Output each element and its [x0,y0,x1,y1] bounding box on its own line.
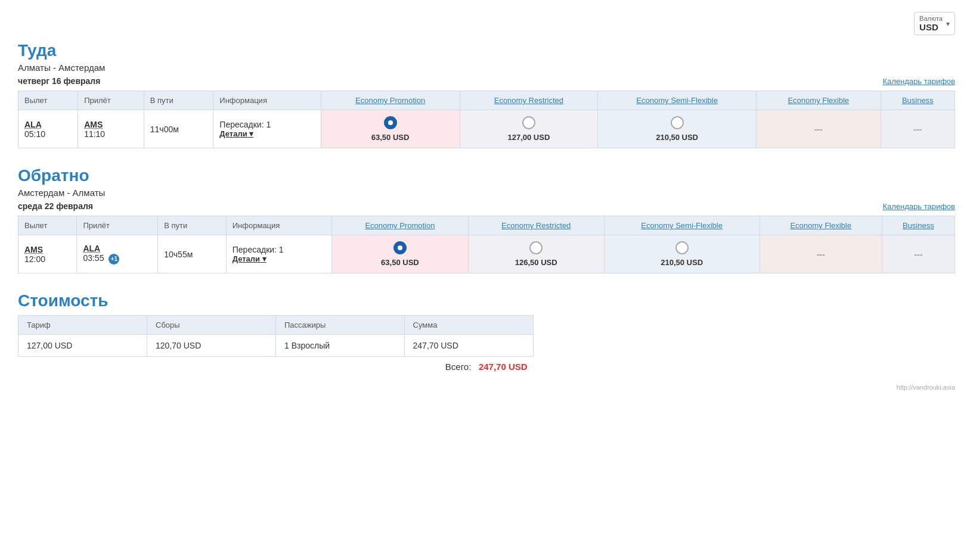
outbound-radio-promo[interactable] [384,116,397,129]
return-price-business-dash: --- [914,250,922,259]
cost-tariff: 127,00 USD [18,335,147,357]
return-table: Вылет Прилёт В пути Информация Economy P… [18,216,955,273]
return-radio-restricted[interactable] [529,241,543,254]
outbound-table: Вылет Прилёт В пути Информация Economy P… [18,91,955,148]
outbound-price-flex[interactable]: --- [757,110,881,148]
outbound-duration: 11ч00м [144,110,213,148]
return-price-restricted-text: 126,50 USD [515,258,557,267]
currency-value: USD [919,22,943,32]
outbound-duration-text: 11ч00м [150,125,179,134]
return-col-header-promo[interactable]: Economy Promotion [331,216,468,235]
return-title: Обратно [18,166,955,185]
return-radio-semiflex[interactable] [675,241,689,254]
return-calendar-link[interactable]: Календарь тарифов [882,202,955,211]
return-radio-promo[interactable] [393,241,407,254]
cost-row: 127,00 USD 120,70 USD 1 Взрослый 247,70 … [18,335,534,357]
return-price-promo[interactable]: 63,50 USD [331,235,468,273]
col-header-flex[interactable]: Economy Flexible [757,91,881,110]
return-section: Обратно Амстердам - Алматы среда 22 февр… [18,166,955,273]
outbound-title: Туда [18,41,955,60]
next-day-badge: +1 [109,254,119,265]
outbound-depart-code: ALA [24,120,72,129]
outbound-price-restricted[interactable]: 127,00 USD [460,110,598,148]
return-col-header-duration: В пути [158,216,227,235]
outbound-price-flex-dash: --- [814,125,823,134]
return-col-header-semiflex[interactable]: Economy Semi-Flexible [604,216,760,235]
col-header-arrive: Прилёт [78,91,144,110]
outbound-stops: Пересадки: 1 [219,120,314,129]
outbound-price-business[interactable]: --- [881,110,955,148]
return-info: Пересадки: 1 Детали ▾ [226,235,331,273]
currency-label: Валюта [919,15,943,22]
outbound-flight-row: ALA 05:10 AMS 11:10 11ч00м Пересадки: 1 … [18,110,955,148]
return-route: Амстердам - Алматы [18,188,955,198]
outbound-price-semiflex-text: 210,50 USD [656,133,698,142]
return-date: среда 22 февраля [18,201,93,211]
return-stops: Пересадки: 1 [233,245,326,254]
return-duration-text: 10ч55м [164,250,193,259]
outbound-price-restricted-text: 127,00 USD [507,133,550,142]
return-depart: AMS 12:00 [18,235,77,273]
col-header-restricted[interactable]: Economy Restricted [460,91,598,110]
cost-header-total: Сумма [404,316,533,335]
return-price-restricted[interactable]: 126,50 USD [468,235,604,273]
return-flight-row: AMS 12:00 ALA 03:55 +1 10ч55м Пересадки:… [18,235,955,273]
outbound-section: Туда Алматы - Амстердам четверг 16 февра… [18,41,955,148]
col-header-promo[interactable]: Economy Promotion [321,91,460,110]
return-arrive: ALA 03:55 +1 [77,235,158,273]
outbound-depart: ALA 05:10 [18,110,78,148]
return-arrive-time: 03:55 +1 [83,253,151,265]
cost-header-fees: Сборы [147,316,276,335]
return-price-flex[interactable]: --- [760,235,882,273]
total-label: Всего: [445,362,472,372]
return-price-semiflex[interactable]: 210,50 USD [604,235,760,273]
return-depart-code: AMS [24,245,70,254]
cost-passengers: 1 Взрослый [276,335,405,357]
return-col-header-restricted[interactable]: Economy Restricted [468,216,604,235]
outbound-price-business-dash: --- [913,125,922,134]
return-price-business[interactable]: --- [882,235,955,273]
col-header-semiflex[interactable]: Economy Semi-Flexible [598,91,757,110]
outbound-details-link[interactable]: Детали ▾ [219,129,314,138]
cost-sum: 247,70 USD [404,335,533,357]
cost-fees: 120,70 USD [147,335,276,357]
return-arrive-code: ALA [83,244,151,253]
outbound-route: Алматы - Амстердам [18,63,955,73]
footer-url: http://vandrouki.asia [897,384,955,391]
cost-header-passengers: Пассажиры [276,316,405,335]
currency-selector[interactable]: Валюта USD ▾ [914,12,955,35]
cost-header-tariff: Тариф [18,316,147,335]
cost-table: Тариф Сборы Пассажиры Сумма 127,00 USD 1… [18,315,534,357]
cost-section: Стоимость Тариф Сборы Пассажиры Сумма 12… [18,291,955,372]
return-col-header-arrive: Прилёт [77,216,158,235]
return-col-header-flex[interactable]: Economy Flexible [760,216,882,235]
col-header-depart: Вылет [18,91,78,110]
return-col-header-depart: Вылет [18,216,77,235]
outbound-radio-restricted[interactable] [522,116,535,129]
col-header-info: Информация [213,91,321,110]
return-price-semiflex-text: 210,50 USD [661,258,703,267]
return-col-header-business[interactable]: Business [882,216,955,235]
return-col-header-info: Информация [226,216,331,235]
return-price-flex-dash: --- [817,250,825,259]
outbound-arrive-time: 11:10 [84,129,138,139]
return-duration: 10ч55м [158,235,227,273]
col-header-business[interactable]: Business [881,91,955,110]
return-depart-time: 12:00 [24,254,70,264]
outbound-price-promo[interactable]: 63,50 USD [321,110,460,148]
outbound-arrive-code: AMS [84,120,138,129]
outbound-info: Пересадки: 1 Детали ▾ [213,110,321,148]
outbound-radio-semiflex[interactable] [671,116,684,129]
footer: http://vandrouki.asia [18,384,955,391]
total-amount: 247,70 USD [479,362,528,372]
col-header-duration: В пути [144,91,213,110]
outbound-depart-time: 05:10 [24,129,72,139]
cost-title: Стоимость [18,291,955,310]
return-price-promo-text: 63,50 USD [381,258,419,267]
outbound-date: четверг 16 февраля [18,76,100,86]
chevron-down-icon: ▾ [946,20,950,28]
outbound-calendar-link[interactable]: Календарь тарифов [882,77,955,86]
outbound-arrive: AMS 11:10 [78,110,144,148]
return-details-link[interactable]: Детали ▾ [233,254,326,263]
outbound-price-semiflex[interactable]: 210,50 USD [598,110,757,148]
